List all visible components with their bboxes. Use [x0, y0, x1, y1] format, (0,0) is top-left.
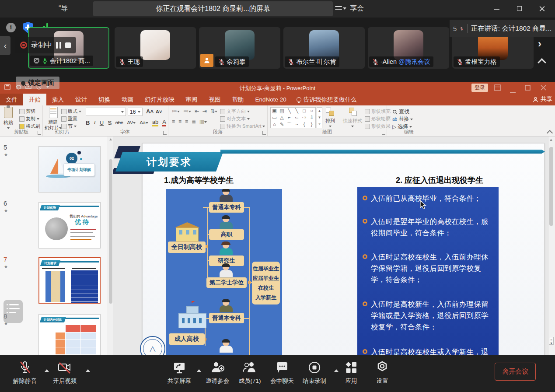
share-screen-button[interactable]: 共享屏幕	[160, 360, 199, 385]
find-button[interactable]: 查找	[392, 108, 409, 116]
ribbon-group-paragraph: ≔ ≕ ⇤ ⇥ ⇅ ≡ ≡ ≡ ≣ ▥ 文字方向 对齐文本 转换为 SmartA…	[168, 105, 268, 136]
participant-tile[interactable]: 布尔兰·叶尔肯	[283, 27, 365, 69]
close-button[interactable]	[539, 5, 546, 12]
ppt-maximize-icon[interactable]	[525, 84, 531, 92]
quick-styles-button[interactable]: 快速样式	[343, 108, 362, 127]
recording-indicator: 录制中	[15, 37, 76, 53]
tab-view[interactable]: 视图	[203, 94, 227, 105]
font-color-button[interactable]: A	[162, 119, 166, 126]
new-slide-button[interactable]: 新建幻灯片	[45, 107, 62, 130]
change-case-button[interactable]: Aa	[140, 120, 148, 125]
tab-transitions[interactable]: 切换	[93, 94, 116, 105]
tab-help[interactable]: 帮助	[227, 94, 250, 105]
login-button[interactable]: 登录	[471, 84, 488, 92]
tab-insert[interactable]: 插入	[46, 94, 70, 105]
mic-muted-icon	[119, 59, 126, 65]
collapse-ribbon-chevron[interactable]	[547, 130, 553, 136]
font-dialog-launcher[interactable]	[163, 131, 167, 135]
ribbon-options-icon[interactable]	[494, 84, 501, 93]
mic-muted-icon	[457, 59, 463, 65]
tab-home[interactable]: 开始	[23, 94, 46, 105]
minimize-button[interactable]	[493, 5, 500, 12]
underline-button[interactable]: U	[100, 119, 104, 126]
tab-animations[interactable]: 动画	[116, 94, 139, 105]
font-name-select[interactable]	[86, 108, 126, 116]
decrease-indent-button[interactable]: ⇤	[195, 108, 199, 114]
align-left-button[interactable]: ≡	[172, 119, 175, 125]
leave-meeting-button[interactable]: 离开会议	[495, 363, 536, 381]
shrink-font-button[interactable]: A˅	[156, 109, 162, 114]
settings-button[interactable]: 设置	[363, 360, 402, 385]
justify-button[interactable]: ≣	[192, 119, 196, 125]
maximize-button[interactable]	[516, 5, 523, 12]
bold-button[interactable]: B	[86, 119, 90, 126]
highlight-color-button[interactable]: ab	[152, 119, 158, 126]
next-slide-button[interactable]: =▾	[549, 337, 554, 345]
columns-button[interactable]: ▥	[199, 119, 207, 125]
participant-name-bar: -Alien@腾讯会议	[369, 56, 433, 67]
text-direction-button[interactable]: 文字方向	[220, 108, 250, 115]
align-right-button[interactable]: ≡	[185, 119, 188, 125]
scroll-left-chevron[interactable]: ‹	[0, 36, 10, 55]
tab-review[interactable]: 审阅	[180, 94, 203, 105]
stop-recording-icon[interactable]	[65, 42, 71, 48]
layout-button[interactable]: 版式	[61, 108, 81, 115]
ppt-close-icon[interactable]	[541, 84, 546, 92]
grow-font-button[interactable]: A˄	[146, 108, 154, 115]
slide-thumbnail-6[interactable]: 计划优势 我们的 Advantage 优 待	[38, 202, 101, 248]
scrollbar-up-arrow[interactable]	[109, 138, 112, 140]
line-spacing-button[interactable]: ⇅	[210, 108, 217, 114]
unmute-button[interactable]: 解除静音	[5, 360, 45, 385]
font-size-select[interactable]: 16	[128, 108, 143, 116]
collapse-strip-chevron[interactable]	[538, 58, 546, 67]
align-text-button[interactable]: 对齐文本	[220, 116, 250, 122]
text-shadow-button[interactable]: S	[108, 119, 112, 126]
scroll-right-chevron[interactable]: ›	[538, 38, 541, 50]
reset-button[interactable]: 重置	[61, 116, 77, 122]
shapes-scroll-buttons[interactable]: ▲▼▿	[317, 107, 322, 128]
slide-thumbnail-7-selected[interactable]: 计划要求	[38, 257, 101, 304]
tab-file[interactable]: 文件	[0, 94, 23, 105]
replace-button[interactable]: ab替换	[392, 116, 413, 123]
character-spacing-button[interactable]: AV	[127, 120, 136, 125]
slide-thumbnail-8[interactable]: 计划内外对比	[38, 314, 101, 355]
scrollbar-thumb[interactable]	[109, 159, 112, 304]
tell-me-box[interactable]: 告诉我你想要做什么	[292, 94, 361, 105]
numbering-button[interactable]: ≕	[183, 108, 191, 114]
info-icon[interactable]: i	[6, 23, 16, 32]
participant-tile[interactable]: -Alien@腾讯会议	[368, 27, 449, 69]
shapes-gallery[interactable]: ▣▤╲╲□○ ▭△⌐⌙⇨⇩ ⌂✎⌒~{}	[270, 107, 316, 128]
italic-button[interactable]: I	[94, 119, 95, 126]
scrollbar-up-arrow[interactable]	[550, 139, 552, 141]
pause-recording-icon[interactable]	[56, 42, 61, 49]
start-video-button[interactable]: 开启视频	[45, 360, 84, 385]
end-record-button[interactable]: 结束录制	[295, 360, 334, 385]
tab-design[interactable]: 设计	[70, 94, 93, 105]
copy-button[interactable]: 复制	[19, 116, 39, 122]
clipboard-dialog-launcher[interactable]	[38, 131, 41, 135]
thumbnail-scrollbar[interactable]	[108, 136, 113, 355]
strikethrough-button[interactable]: abc	[115, 120, 123, 125]
drawing-dialog-launcher[interactable]	[382, 131, 385, 135]
bullets-button[interactable]: ≔	[172, 108, 180, 114]
scrollbar-thumb[interactable]	[549, 147, 553, 226]
cut-button[interactable]: 剪切	[19, 108, 35, 115]
slide-thumbnail-5[interactable]: 02 专项计划详解	[38, 146, 101, 192]
increase-indent-button[interactable]: ⇥	[202, 108, 207, 114]
share-button[interactable]: 共享	[533, 95, 552, 103]
lock-view-button[interactable]: 锁定画面	[16, 77, 59, 89]
tab-slideshow[interactable]: 幻灯片放映	[139, 94, 180, 105]
align-center-button[interactable]: ≡	[178, 119, 182, 125]
slide-scrollbar[interactable]: =▾	[548, 136, 554, 355]
bullet-icon	[363, 301, 367, 306]
mic-muted-icon	[18, 360, 31, 374]
video-options-caret[interactable]	[86, 369, 90, 372]
participant-tile[interactable]: 王璁	[115, 27, 196, 69]
layout-switch-icon[interactable]	[335, 6, 345, 12]
paragraph-dialog-launcher[interactable]	[262, 131, 266, 135]
participant-tile[interactable]: 余莉攀	[199, 27, 280, 69]
paste-button[interactable]: 粘贴	[3, 107, 13, 129]
floating-list-overlay-icon[interactable]	[3, 300, 23, 323]
tab-endnote[interactable]: EndNote 20	[250, 94, 292, 105]
arrange-button[interactable]: 排列	[325, 108, 335, 127]
